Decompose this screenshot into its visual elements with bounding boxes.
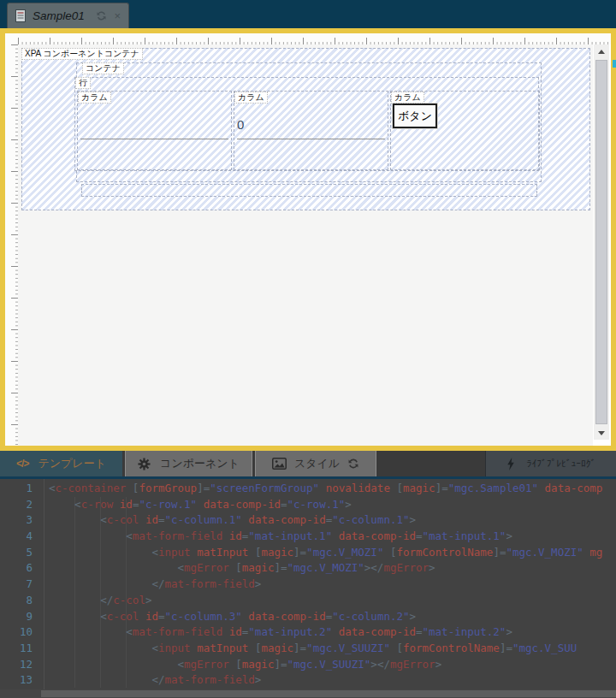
column-widget-3[interactable]: カラム ボタン: [390, 91, 540, 170]
design-canvas-frame: XPA コンポーネントコンテナ コンテナ 行 カラム カラム 0: [0, 28, 616, 451]
design-canvas[interactable]: XPA コンポーネントコンテナ コンテナ 行 カラム カラム 0: [5, 33, 611, 446]
tab-refresh-icon[interactable]: [96, 10, 107, 21]
toolbar-spacer: [376, 451, 485, 476]
code-line: 6 <mgError [magic]="mgc.V_MOZI"></mgErro…: [0, 560, 616, 577]
document-tab-bar: Sample01 ×: [0, 0, 616, 28]
document-icon: [15, 9, 26, 22]
numeric-input-value: 0: [237, 117, 244, 132]
code-line: 3 <c-col id="c-column.1" data-comp-id="c…: [0, 512, 616, 529]
button-widget[interactable]: ボタン: [393, 104, 437, 128]
code-icon: </>: [16, 458, 28, 470]
tab-template[interactable]: </> テンプレート: [0, 451, 122, 476]
code-horizontal-scrollbar[interactable]: [0, 689, 616, 698]
template-code-editor[interactable]: 1<c-container [formGroup]="screenFormGro…: [0, 479, 616, 698]
row-label: 行: [75, 77, 91, 89]
code-line: 9 <c-col id="c-column.3" data-comp-id="c…: [0, 609, 616, 625]
column-label: カラム: [391, 92, 424, 104]
code-line: 12 <mgError [magic]="mgc.V_SUUZI"></mgEr…: [0, 657, 616, 673]
text-input-field[interactable]: [80, 139, 228, 139]
column-widget-2[interactable]: カラム 0: [234, 91, 388, 170]
scroll-up-arrow[interactable]: [594, 44, 609, 58]
tab-close-icon[interactable]: ×: [114, 10, 121, 21]
tab-live-preview-log[interactable]: ﾗｲﾌﾞﾌﾟﾚﾋﾞｭｰﾛｸﾞ: [485, 451, 616, 476]
editor-pane-toolbar: </> テンプレート コンポーネント: [0, 451, 616, 476]
tab-style[interactable]: スタイル: [255, 451, 376, 476]
canvas-vertical-scrollbar[interactable]: [594, 44, 609, 440]
code-line: 2 <c-row id="c-row.1" data-comp-id="c-ro…: [0, 497, 616, 513]
tab-component-label: コンポーネント: [160, 456, 240, 471]
code-line: 8 </c-col>: [0, 593, 616, 609]
gear-icon: [138, 458, 151, 470]
scroll-down-arrow[interactable]: [594, 426, 609, 440]
tab-template-label: テンプレート: [38, 456, 106, 471]
canvas-viewport: XPA コンポーネントコンテナ コンテナ 行 カラム カラム 0: [18, 44, 593, 446]
horizontal-ruler: [18, 33, 611, 44]
refresh-icon[interactable]: [347, 458, 359, 470]
document-tab[interactable]: Sample01 ×: [7, 3, 129, 28]
annotation-marker: [613, 60, 616, 68]
code-line: 13 </mat-form-field>: [0, 672, 616, 689]
scrollbar-thumb[interactable]: [595, 60, 607, 424]
tab-style-label: スタイル: [294, 456, 340, 471]
vertical-ruler: [5, 44, 18, 446]
magic-xpa-web-designer: Sample01 × XPA コンポーネントコンテナ コンテナ: [0, 0, 616, 698]
row-widget[interactable]: 行 カラム カラム 0 カラム: [74, 77, 539, 171]
numeric-input-field[interactable]: [237, 139, 385, 139]
image-icon: [272, 458, 287, 470]
lightning-icon: [506, 458, 515, 470]
column-label: カラム: [234, 92, 268, 104]
code-line: 5 <input matInput [magic]="mgc.V_MOZI" […: [0, 545, 616, 561]
xpa-container-label: XPA コンポーネントコンテナ: [21, 48, 143, 60]
empty-row-widget[interactable]: [81, 184, 537, 197]
column-widget-1[interactable]: カラム: [77, 91, 232, 170]
tab-live-preview-log-label: ﾗｲﾌﾞﾌﾟﾚﾋﾞｭｰﾛｸﾞ: [527, 458, 596, 469]
code-scrollbar-thumb[interactable]: [41, 690, 616, 697]
code-line: 4 <mat-form-field id="mat-input.1" data-…: [0, 529, 616, 545]
code-line: 10 <mat-form-field id="mat-input.2" data…: [0, 624, 616, 641]
code-line: 11 <input matInput [magic]="mgc.V_SUUZI"…: [0, 641, 616, 657]
xpa-component-container[interactable]: XPA コンポーネントコンテナ コンテナ 行 カラム カラム 0: [21, 48, 590, 210]
code-lines: 1<c-container [formGroup]="screenFormGro…: [0, 481, 616, 698]
ruler-corner: [5, 33, 18, 44]
document-tab-title: Sample01: [33, 9, 89, 22]
column-label: カラム: [78, 92, 111, 104]
code-line: 1<c-container [formGroup]="screenFormGro…: [0, 481, 616, 497]
code-line: 7 </mat-form-field>: [0, 577, 616, 593]
container-label: コンテナ: [82, 62, 124, 74]
tab-component[interactable]: コンポーネント: [125, 451, 252, 476]
container-widget[interactable]: コンテナ 行 カラム カラム 0: [76, 62, 542, 182]
